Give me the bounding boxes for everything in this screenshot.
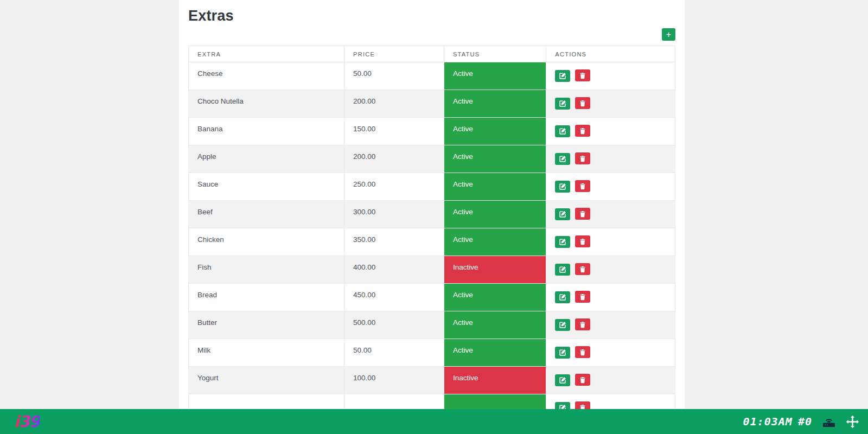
edit-pencil-icon <box>559 349 566 356</box>
trash-icon <box>579 100 586 107</box>
actions-cell <box>546 62 675 90</box>
column-header-status: STATUS <box>444 46 546 62</box>
delete-button[interactable] <box>575 152 590 164</box>
delete-button[interactable] <box>575 180 590 192</box>
delete-button[interactable] <box>575 125 590 137</box>
table-row: Butter 500.00 Active <box>189 311 675 339</box>
edit-button[interactable] <box>555 347 570 359</box>
price-cell: 50.00 <box>344 62 444 90</box>
actions-cell <box>546 173 675 201</box>
trash-icon <box>579 183 586 190</box>
price-cell: 200.00 <box>344 90 444 118</box>
status-cell: Active <box>444 339 546 367</box>
delete-button[interactable] <box>575 401 590 410</box>
price-cell: 500.00 <box>344 311 444 339</box>
table-row: Beef 300.00 Active <box>189 201 675 228</box>
actions-cell <box>546 118 675 145</box>
delete-button[interactable] <box>575 97 590 109</box>
extra-cell: Bread <box>189 284 344 311</box>
wifi-router-icon[interactable] <box>821 416 837 428</box>
status-badge <box>444 394 546 410</box>
delete-button[interactable] <box>575 374 590 386</box>
extra-cell: Fish <box>189 256 344 284</box>
edit-button[interactable] <box>555 291 570 303</box>
extra-cell: Beef <box>189 201 344 228</box>
edit-pencil-icon <box>559 128 566 135</box>
edit-button[interactable] <box>555 70 570 82</box>
edit-pencil-icon <box>559 377 566 384</box>
column-header-extra: EXTRA <box>189 46 344 62</box>
status-badge: Active <box>444 201 546 228</box>
status-badge: Inactive <box>444 256 546 283</box>
edit-button[interactable] <box>555 374 570 386</box>
extra-cell: Milk <box>189 339 344 367</box>
page-title: Extras <box>188 8 675 24</box>
price-cell: 100.00 <box>344 367 444 394</box>
delete-button[interactable] <box>575 208 590 220</box>
extra-cell: Choco Nutella <box>189 90 344 118</box>
column-header-price: PRICE <box>344 46 444 62</box>
edit-pencil-icon <box>559 322 566 328</box>
delete-button[interactable] <box>575 263 590 275</box>
add-extra-button[interactable]: + <box>662 28 675 41</box>
status-cell: Inactive <box>444 367 546 394</box>
status-cell: Active <box>444 118 546 145</box>
delete-button[interactable] <box>575 69 590 81</box>
edit-button[interactable] <box>555 319 570 331</box>
trash-icon <box>579 127 586 135</box>
edit-button[interactable] <box>555 264 570 276</box>
edit-button[interactable] <box>555 236 570 248</box>
status-badge: Active <box>444 90 546 117</box>
price-cell: 50.00 <box>344 339 444 367</box>
actions-cell <box>546 367 675 394</box>
extras-table-header: EXTRA PRICE STATUS ACTIONS <box>189 46 675 62</box>
edit-button[interactable] <box>555 181 570 193</box>
status-badge: Active <box>444 173 546 200</box>
extra-cell: Chicken <box>189 228 344 256</box>
extra-cell: Sauce <box>189 173 344 201</box>
table-row: Yogurt 100.00 Inactive <box>189 367 675 394</box>
price-cell: 400.00 <box>344 256 444 284</box>
delete-button[interactable] <box>575 346 590 358</box>
price-cell: 350.00 <box>344 228 444 256</box>
edit-button[interactable] <box>555 153 570 165</box>
status-cell: Active <box>444 173 546 201</box>
toolbar: + <box>188 28 675 41</box>
delete-button[interactable] <box>575 291 590 303</box>
status-cell: Active <box>444 145 546 173</box>
edit-button[interactable] <box>555 402 570 410</box>
extra-cell <box>189 394 344 410</box>
table-row: Banana 150.00 Active <box>189 118 675 145</box>
status-cell: Inactive <box>444 256 546 284</box>
actions-cell <box>546 256 675 284</box>
status-cell: Active <box>444 62 546 90</box>
edit-button[interactable] <box>555 208 570 220</box>
table-row <box>189 394 675 410</box>
table-row: Choco Nutella 200.00 Active <box>189 90 675 118</box>
app-logo[interactable]: i39 <box>14 411 40 432</box>
actions-cell <box>546 394 675 410</box>
delete-button[interactable] <box>575 318 590 330</box>
trash-icon <box>579 376 586 384</box>
edit-pencil-icon <box>559 156 566 162</box>
clock-counter: #0 <box>798 415 812 428</box>
trash-icon <box>579 321 586 328</box>
actions-cell <box>546 311 675 339</box>
trash-icon <box>579 72 586 79</box>
move-icon[interactable] <box>846 415 859 429</box>
price-cell: 200.00 <box>344 145 444 173</box>
table-row: Fish 400.00 Inactive <box>189 256 675 284</box>
status-cell: Active <box>444 228 546 256</box>
edit-button[interactable] <box>555 125 570 137</box>
price-cell: 450.00 <box>344 284 444 311</box>
delete-button[interactable] <box>575 235 590 247</box>
status-cell: Active <box>444 201 546 228</box>
trash-icon <box>579 155 586 162</box>
edit-button[interactable] <box>555 98 570 110</box>
edit-pencil-icon <box>559 73 566 79</box>
price-cell: 300.00 <box>344 201 444 228</box>
extra-cell: Apple <box>189 145 344 173</box>
trash-icon <box>579 210 586 218</box>
status-badge: Active <box>444 339 546 366</box>
edit-pencil-icon <box>559 100 566 107</box>
